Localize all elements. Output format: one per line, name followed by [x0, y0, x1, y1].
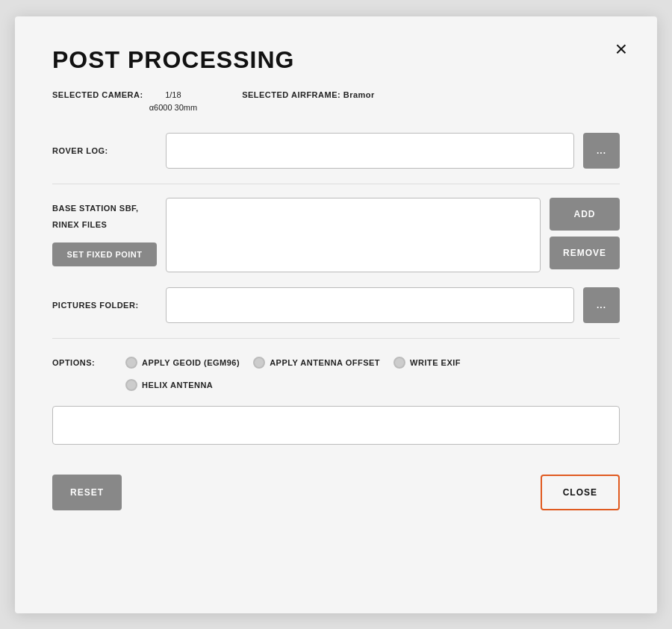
rover-log-browse-button[interactable]: ...: [583, 133, 620, 169]
bottom-buttons: RESET CLOSE: [52, 475, 620, 510]
rover-log-input[interactable]: [166, 133, 574, 169]
option-helix-label: HELIX ANTENNA: [142, 381, 213, 389]
camera-name: α6000 30mm: [149, 101, 197, 115]
options-row-2: HELIX ANTENNA: [125, 379, 620, 391]
base-station-label-line2: RINEX FILES: [52, 220, 157, 229]
dialog-title: POST PROCESSING: [52, 46, 620, 74]
rover-log-row: ROVER LOG: ...: [52, 133, 620, 169]
reset-button[interactable]: RESET: [52, 475, 122, 510]
base-station-labels: BASE STATION SBF, RINEX FILES SET FIXED …: [52, 198, 157, 266]
pictures-folder-row: PICTURES FOLDER: ...: [52, 287, 620, 323]
add-button[interactable]: ADD: [550, 198, 620, 231]
close-x-button[interactable]: ×: [615, 39, 627, 60]
base-station-action-buttons: ADD REMOVE: [550, 198, 620, 269]
log-output-input[interactable]: [52, 406, 620, 445]
options-section: OPTIONS: APPLY GEOID (EGM96) APPLY ANTEN…: [52, 357, 620, 391]
post-processing-dialog: × POST PROCESSING SELECTED CAMERA: 1/18 …: [15, 16, 657, 613]
base-station-section: BASE STATION SBF, RINEX FILES SET FIXED …: [52, 198, 620, 272]
close-button[interactable]: CLOSE: [541, 475, 620, 510]
radio-geoid-icon: [125, 357, 137, 369]
options-row-1: OPTIONS: APPLY GEOID (EGM96) APPLY ANTEN…: [52, 357, 620, 369]
divider-1: [52, 184, 620, 184]
rover-log-label: ROVER LOG:: [52, 146, 157, 155]
option-exif-label: WRITE EXIF: [410, 358, 461, 367]
option-antenna-offset[interactable]: APPLY ANTENNA OFFSET: [253, 357, 380, 369]
base-station-input[interactable]: [166, 198, 541, 272]
options-label: OPTIONS:: [52, 358, 112, 367]
radio-antenna-icon: [253, 357, 265, 369]
radio-helix-icon: [125, 379, 137, 391]
camera-values: 1/18 α6000 30mm: [149, 89, 197, 115]
set-fixed-point-button[interactable]: SET FIXED POINT: [52, 242, 157, 266]
pictures-folder-input[interactable]: [166, 287, 574, 323]
radio-exif-icon: [393, 357, 405, 369]
pictures-folder-label: PICTURES FOLDER:: [52, 301, 157, 310]
option-write-exif[interactable]: WRITE EXIF: [393, 357, 461, 369]
divider-2: [52, 338, 620, 339]
selected-airframe-label: SELECTED AIRFRAME: Bramor: [242, 89, 375, 99]
camera-selected-block: SELECTED CAMERA: 1/18 α6000 30mm: [52, 89, 197, 115]
remove-button[interactable]: REMOVE: [550, 237, 620, 269]
option-antenna-label: APPLY ANTENNA OFFSET: [270, 358, 380, 367]
option-geoid-label: APPLY GEOID (EGM96): [142, 358, 240, 367]
pictures-folder-browse-button[interactable]: ...: [583, 287, 620, 323]
option-geoid[interactable]: APPLY GEOID (EGM96): [125, 357, 240, 369]
camera-info-row: SELECTED CAMERA: 1/18 α6000 30mm SELECTE…: [52, 89, 620, 115]
camera-page: 1/18: [165, 89, 181, 102]
base-station-label-line1: BASE STATION SBF,: [52, 204, 157, 213]
selected-camera-label: SELECTED CAMERA:: [52, 90, 143, 99]
option-helix-antenna[interactable]: HELIX ANTENNA: [125, 379, 213, 391]
